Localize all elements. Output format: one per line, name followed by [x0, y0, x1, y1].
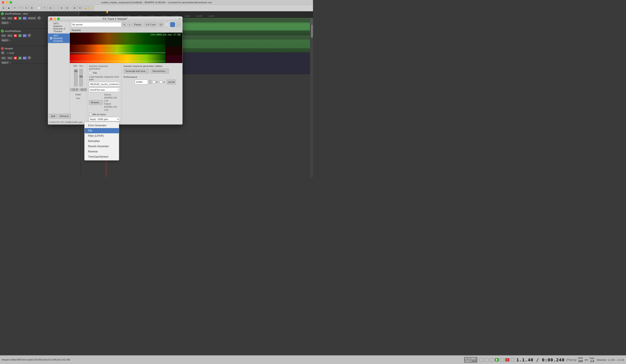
file-checkbox[interactable]: ✓	[89, 71, 92, 74]
ui-button[interactable]: UI	[158, 22, 164, 27]
fx-list-item-0[interactable]: ✓ VSTi: Superior Drummer 2 (Toontra	[48, 21, 70, 34]
fx-item-1-checkbox[interactable]: ✓	[50, 37, 52, 40]
track-3-trim[interactable]: trim	[1, 56, 6, 60]
fft-spinners: ▲ ▼	[149, 80, 151, 84]
toolbar-btn-10[interactable]: ↔	[53, 6, 58, 10]
enable-button[interactable]	[170, 22, 175, 27]
track-3-m[interactable]: M	[13, 56, 17, 60]
toolbar-btn-8[interactable]: ✎	[42, 6, 47, 10]
track-2-fx[interactable]: FX	[23, 34, 27, 38]
toolbar-sep-1	[35, 6, 36, 10]
track-2-m[interactable]: M	[13, 34, 17, 38]
util-title: Impulse response generation utilities	[123, 65, 181, 67]
dropdown-item-trim[interactable]: Trim/Gain/Stretch	[84, 154, 119, 159]
track-1-s[interactable]: S	[18, 17, 22, 20]
bypass-button[interactable]: ↺	[164, 22, 169, 27]
track-1-trim[interactable]: trim	[1, 17, 6, 20]
scrollbar-thumb[interactable]	[311, 25, 313, 38]
track-3-vol-knob[interactable]	[1, 51, 5, 55]
toolbar-btn-5[interactable]: ⊡	[23, 6, 29, 10]
toolbar-btn-16[interactable]: 🔑	[89, 6, 94, 10]
fx-remove-button[interactable]: Remove	[58, 114, 71, 119]
set-all-button[interactable]: set all	[167, 80, 176, 84]
mix-to-mono-checkbox[interactable]	[89, 113, 92, 116]
track-3-color	[1, 47, 4, 50]
track-2-volume-knob[interactable]	[27, 34, 32, 38]
fx-min-button[interactable]	[53, 18, 56, 20]
wet-slider[interactable]	[74, 69, 78, 86]
ll-checkbox[interactable]	[160, 81, 162, 83]
fft-down-arrow[interactable]: ▼	[149, 82, 151, 84]
close-button[interactable]	[2, 1, 4, 4]
file-dropdown-display[interactable]: shortPink.wav ▾	[89, 88, 120, 92]
fx-collapse-icon[interactable]: ⤢	[178, 17, 181, 21]
track-1-route[interactable]: ROUTE	[27, 17, 37, 20]
toolbar-btn-6[interactable]: ⊞	[29, 6, 34, 10]
toolbar-btn-1[interactable]: ⊞	[1, 6, 6, 10]
generate-test-tone-button[interactable]: Generate test tone...	[123, 69, 149, 74]
preset-input[interactable]	[71, 22, 121, 27]
preset-arrow-btn[interactable]: ▾	[122, 22, 126, 27]
fx-item-0-checkbox[interactable]: ✓	[50, 26, 52, 29]
fx-max-button[interactable]	[57, 18, 60, 20]
track-1-input-label: Input 1	[1, 21, 9, 25]
deconvolve-button[interactable]: Deconvolve...	[151, 69, 169, 74]
dropdown-item-normalize[interactable]: Normalize	[84, 138, 119, 144]
gain-dropdown[interactable]: Apply -18dB gain ▾	[89, 117, 120, 121]
track-3-in[interactable]: IN ▾	[7, 56, 13, 60]
track-1-volume-knob[interactable]	[37, 16, 41, 20]
toolbar-btn-2[interactable]: ▶	[6, 6, 12, 10]
fx-item-1-label: VST: ReaVerb (Cockos)	[53, 34, 68, 42]
file-select-row: shortPink.wav ▾	[89, 88, 120, 92]
dropdown-item-filter[interactable]: Filter (LP/HP)	[84, 133, 119, 138]
track-3-s[interactable]: S	[18, 56, 22, 60]
track-3-fx[interactable]: FX	[23, 56, 27, 60]
dry-slider[interactable]	[79, 69, 83, 86]
toolbar-btn-15[interactable]: 🔒	[83, 6, 88, 10]
dropdown-item-reverb[interactable]: Reverb Generator	[84, 144, 119, 149]
track-2-trim[interactable]: trim	[1, 34, 6, 38]
fx-main-panel: ▾ + Param 2 in 2 out UI ↺ ··· ReaVerb	[70, 21, 182, 124]
path-display[interactable]: /MyStuff/_mucke_rendered	[89, 82, 120, 86]
toolbar-btn-12[interactable]: ⊗	[65, 6, 70, 10]
fx-list-item-1[interactable]: ✓ VST: ReaVerb (Cockos)	[48, 34, 70, 43]
scrollbar-right[interactable]	[311, 24, 313, 177]
dropdown-item-echo[interactable]: Echo Generator	[84, 123, 119, 128]
preset-add-btn[interactable]: +	[127, 22, 132, 27]
svg-rect-11	[70, 61, 165, 61]
dry-slider-group	[79, 69, 83, 86]
toolbar-btn-13[interactable]: ⊞	[72, 6, 77, 10]
main-impulse-controls: Impulse response generation: ✓ File Load…	[87, 63, 121, 124]
toolbar-btn-7[interactable]: ⬜	[36, 6, 41, 10]
toolbar-btn-3[interactable]: ⟳	[12, 6, 17, 10]
dropdown-item-reverse[interactable]: Reverse	[84, 149, 119, 154]
toolbar-btn-11[interactable]: ⊕	[59, 6, 64, 10]
track-3-volume-knob[interactable]	[27, 56, 32, 60]
dropdown-item-file[interactable]: File	[84, 128, 119, 133]
fx-add-button[interactable]: Add	[49, 114, 57, 119]
browse-button[interactable]: Browse...	[89, 100, 103, 105]
mix-to-mono-label: Mix to mono	[93, 113, 106, 116]
toolbar-btn-14[interactable]: ⊟	[78, 6, 82, 10]
max-fft-input[interactable]	[135, 80, 148, 84]
in-out-button[interactable]: 2 in 2 out	[144, 22, 157, 27]
track-2-s[interactable]: S	[18, 34, 22, 38]
more-options-button[interactable]: ···	[176, 22, 181, 27]
fft-up-arrow[interactable]: ▲	[149, 80, 151, 82]
track-2-in[interactable]: IN ▾	[7, 34, 13, 38]
track-2-input-label: Input 1	[1, 39, 9, 42]
param-button[interactable]: Param	[133, 22, 143, 27]
width-label: Width:	[75, 93, 81, 96]
ir-utilities-panel: Impulse response generation utilities Ge…	[121, 63, 182, 124]
maximize-button[interactable]	[9, 1, 12, 4]
track-1-in[interactable]: IN ▾	[7, 17, 13, 20]
zl-checkbox[interactable]	[153, 81, 156, 83]
fx-close-button[interactable]	[50, 18, 52, 20]
fx-item-0-label: VSTi: Superior Drummer 2 (Toontra	[53, 22, 68, 33]
minimize-button[interactable]	[6, 1, 8, 4]
toolbar-btn-9[interactable]: ⊟	[48, 6, 53, 10]
track-1-fx[interactable]: FX	[23, 17, 27, 20]
fx-preset-bar: ▾ + Param 2 in 2 out UI ↺ ···	[70, 21, 182, 28]
track-1-m[interactable]: M	[13, 17, 17, 20]
toolbar-btn-4[interactable]: ✂	[18, 6, 23, 10]
